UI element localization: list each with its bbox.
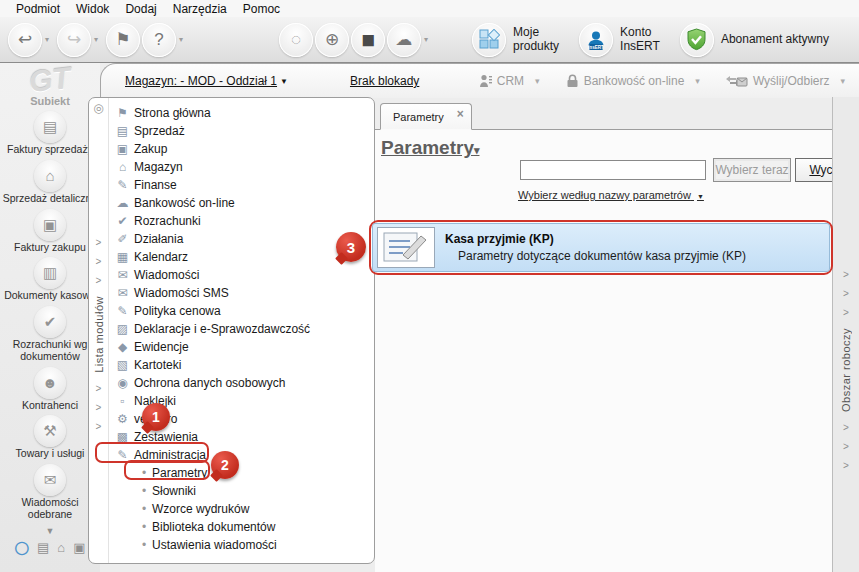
moje-produkty-button[interactable]: Moje produkty xyxy=(472,23,559,57)
module-list-item[interactable]: ✐ Działania xyxy=(109,230,374,248)
chevron-right-icon[interactable]: > xyxy=(843,303,849,322)
module-list-item[interactable]: ▣ Zakup xyxy=(109,140,374,158)
konto-insert-button[interactable]: InsERT Konto InsERT xyxy=(579,23,660,57)
module-icon: ▧ xyxy=(114,358,131,372)
flag-button[interactable]: ⚑ xyxy=(106,23,140,57)
module-list-item[interactable]: ⌂ Magazyn xyxy=(109,158,374,176)
module-list-item[interactable]: ✎ Polityka cenowa xyxy=(109,302,374,320)
forward-dropdown-caret-icon[interactable]: ▾ xyxy=(94,35,98,44)
module-list-item[interactable]: ⚑ Strona główna xyxy=(109,104,374,122)
bankowosc-menu[interactable]: Bankowość on-line ▾ xyxy=(566,74,700,88)
chevron-right-icon[interactable]: > xyxy=(96,398,102,417)
crm-caret-icon: ▾ xyxy=(535,76,540,86)
tab-close-icon[interactable]: × xyxy=(457,107,464,121)
module-list-item[interactable]: ▨ Deklaracje i e-Sprawozdawczość xyxy=(109,320,374,338)
menu-item[interactable]: Pomoc xyxy=(235,1,288,17)
menu-item[interactable]: Widok xyxy=(68,1,117,17)
chevron-right-icon[interactable]: > xyxy=(96,233,102,252)
module-icon: • xyxy=(139,538,149,552)
chevron-right-icon[interactable]: > xyxy=(96,271,102,290)
filter-by-name-link[interactable]: Wybierz według nazwy parametrów ▼ xyxy=(518,189,704,201)
magazyn-selector[interactable]: Magazyn: - MOD - Oddział 1 xyxy=(125,74,277,88)
sidebar-shortcut[interactable]: ✔ Rozrachunki wg dokumentów xyxy=(2,306,98,363)
module-list-item[interactable]: • Biblioteka dokumentów xyxy=(109,518,374,536)
module-list-panel: ◎ > > > Lista modułów > > > ⚑ Strona głó… xyxy=(88,97,375,564)
chevron-right-icon[interactable]: > xyxy=(843,418,849,437)
module-list-item[interactable]: • Słowniki xyxy=(109,482,374,500)
back-dropdown-caret-icon[interactable]: ▾ xyxy=(45,35,49,44)
module-icon: ◆ xyxy=(114,340,131,354)
sidebar-shortcut[interactable]: ▥ Dokumenty kasowe xyxy=(2,257,98,302)
module-label: Strona główna xyxy=(134,106,211,120)
sidebar-shortcut[interactable]: ☻ Kontrahenci xyxy=(2,367,98,412)
cube-button[interactable]: ◼ xyxy=(351,23,385,57)
help-dropdown-caret-icon[interactable]: ▾ xyxy=(179,35,183,44)
sidebar-shortcut[interactable]: ✉ Wiadomości odebrane xyxy=(2,464,98,521)
annotation-outline-result: Kasa przyjmie (KP) Parametry dotyczące d… xyxy=(369,220,833,275)
module-icon: ✔ xyxy=(114,214,131,228)
obszar-roboczy-strip[interactable]: > > > Obszar roboczy > > > xyxy=(832,97,859,572)
sidebar-shortcut[interactable]: ▣ Faktury zakupu xyxy=(2,209,98,254)
parameter-item-kasa-przyjmie[interactable]: Kasa przyjmie (KP) Parametry dotyczące d… xyxy=(372,223,830,272)
sidebar-collapse-caret-icon[interactable]: ▼ xyxy=(46,526,55,536)
mini-module-icon[interactable]: ▤ xyxy=(37,540,49,555)
chevron-right-icon[interactable]: > xyxy=(843,437,849,456)
wyczysc-button[interactable]: Wyczyść xyxy=(795,158,832,182)
crm-menu[interactable]: CRM ▾ xyxy=(479,74,540,88)
module-list-item[interactable]: ▤ Sprzedaż xyxy=(109,122,374,140)
shortcut-label: Faktury zakupu xyxy=(14,242,86,254)
module-list-item[interactable]: ◆ Ewidencje xyxy=(109,338,374,356)
tab-label: Parametry xyxy=(393,111,444,123)
chevron-right-icon[interactable]: > xyxy=(843,265,849,284)
module-label: Sprzedaż xyxy=(134,124,185,138)
chevron-right-icon[interactable]: > xyxy=(96,417,102,436)
tab-parametry[interactable]: Parametry × xyxy=(380,103,472,130)
module-list-item[interactable]: ▧ Kartoteki xyxy=(109,356,374,374)
mini-module-icon[interactable]: ◯ xyxy=(14,540,29,555)
module-list-item[interactable]: ✎ Administracja xyxy=(109,446,374,464)
parameter-search-input[interactable] xyxy=(520,160,706,180)
chevron-right-icon[interactable]: > xyxy=(843,284,849,303)
wybierz-teraz-button[interactable]: Wybierz teraz xyxy=(713,158,791,182)
module-list-item[interactable]: ✉ Wiadomości SMS xyxy=(109,284,374,302)
mini-module-icon[interactable]: ▣ xyxy=(73,540,85,555)
page-title[interactable]: Parametry▾ xyxy=(381,137,479,159)
help-button[interactable]: ? xyxy=(142,23,176,57)
pin-icon[interactable]: ◎ xyxy=(93,101,103,115)
wyslij-odbierz-menu[interactable]: Wyślij/Odbierz ▾ xyxy=(726,74,845,88)
module-label: Ustawienia wiadomości xyxy=(152,538,277,552)
menu-item[interactable]: Podmiot xyxy=(8,1,68,17)
menu-item[interactable]: Dodaj xyxy=(117,1,164,17)
sidebar-shortcut[interactable]: ⚒ Towary i usługi xyxy=(2,415,98,460)
mini-module-icon[interactable]: ⌂ xyxy=(57,540,65,555)
chevron-right-icon[interactable]: > xyxy=(96,379,102,398)
module-list-item[interactable]: ▦ Kalendarz xyxy=(109,248,374,266)
module-list-item[interactable]: • Wzorce wydruków xyxy=(109,500,374,518)
module-list-item[interactable]: ✔ Rozrachunki xyxy=(109,212,374,230)
cloud-sync-button[interactable]: ☁ xyxy=(387,23,421,57)
brak-blokady-link[interactable]: Brak blokady xyxy=(350,74,419,88)
chevron-right-icon[interactable]: > xyxy=(96,252,102,271)
forward-button[interactable]: ↪ xyxy=(57,23,91,57)
filter-link-text: Wybierz według nazwy parametrów xyxy=(518,189,691,201)
parametry-view: Parametry▾ Wybierz teraz Wyczyść Wybierz… xyxy=(375,130,832,572)
module-list-item[interactable]: ◉ Ochrona danych osobowych xyxy=(109,374,374,392)
module-list-item[interactable]: ✉ Wiadomości xyxy=(109,266,374,284)
module-list-item[interactable]: • Parametry xyxy=(109,464,374,482)
sidebar-shortcut[interactable]: ▤ Faktury sprzedaży xyxy=(2,111,98,156)
send-receive-icon xyxy=(726,74,748,88)
module-list-item[interactable]: • Ustawienia wiadomości xyxy=(109,536,374,554)
back-button[interactable]: ↩ xyxy=(8,23,42,57)
sidebar-mini-icons: ◯▤⌂▣ xyxy=(14,540,85,555)
module-label: Parametry xyxy=(152,466,207,480)
menu-item[interactable]: Narzędzia xyxy=(165,1,235,17)
module-list-item[interactable]: ✎ Finanse xyxy=(109,176,374,194)
module-list-item[interactable]: ☁ Bankowość on-line xyxy=(109,194,374,212)
chevron-right-icon[interactable]: > xyxy=(843,456,849,475)
sync-button[interactable]: ◌ xyxy=(279,23,313,57)
globe-button[interactable]: ⊕ xyxy=(315,23,349,57)
cloud-dropdown-caret-icon[interactable]: ▾ xyxy=(424,35,428,44)
magazyn-caret-icon[interactable]: ▼ xyxy=(280,77,288,86)
sidebar-shortcut[interactable]: ⌂ Sprzedaż detaliczna xyxy=(2,160,98,205)
abonament-button[interactable]: Abonament aktywny xyxy=(680,23,829,57)
